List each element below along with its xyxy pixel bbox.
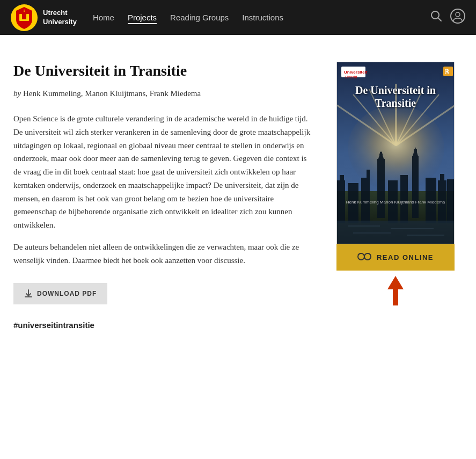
nav-projects[interactable]: Projects bbox=[128, 13, 157, 23]
nav-reading-groups[interactable]: Reading Groups bbox=[170, 13, 229, 23]
glasses-icon bbox=[357, 252, 371, 263]
book-cover-section: Universiteit Utrecht ℝ De Universiteit i… bbox=[336, 62, 455, 330]
nav-instructions[interactable]: Instructions bbox=[242, 13, 283, 23]
svg-marker-49 bbox=[387, 276, 404, 305]
read-online-label: READ ONLINE bbox=[377, 253, 434, 261]
book-info: De Universiteit in Transitie by Henk Kum… bbox=[13, 62, 315, 330]
arrow-icon bbox=[379, 273, 412, 308]
logo-text: Utrecht University bbox=[43, 9, 77, 27]
cover-title: De Universiteit in Transitie bbox=[342, 84, 449, 110]
download-icon bbox=[24, 289, 33, 298]
download-pdf-button[interactable]: DOWNLOAD PDF bbox=[13, 283, 107, 304]
uu-logo-icon bbox=[11, 4, 38, 31]
search-icon[interactable] bbox=[430, 10, 442, 25]
arrow-annotation bbox=[336, 271, 455, 308]
cover-authors-small: Henk Kummeling Manon Kluijtmans Frank Mi… bbox=[346, 199, 445, 206]
svg-point-7 bbox=[456, 12, 460, 17]
navbar: Utrecht University Home Projects Reading… bbox=[0, 0, 476, 35]
svg-rect-3 bbox=[19, 19, 29, 21]
svg-line-5 bbox=[438, 18, 441, 21]
svg-point-6 bbox=[451, 9, 465, 23]
main-content: De Universiteit in Transitie by Henk Kum… bbox=[0, 35, 476, 351]
logo[interactable]: Utrecht University bbox=[11, 4, 77, 31]
read-online-button[interactable]: READ ONLINE bbox=[336, 244, 455, 271]
nav-home[interactable]: Home bbox=[93, 13, 114, 23]
book-description-2: De auteurs behandelen niet alleen de ont… bbox=[13, 241, 315, 267]
book-cover-image: Universiteit Utrecht ℝ De Universiteit i… bbox=[336, 62, 455, 244]
hashtag: #universeitintransitie bbox=[13, 320, 315, 330]
book-authors: by Henk Kummeling, Manon Kluijtmans, Fra… bbox=[13, 88, 315, 100]
book-title: De Universiteit in Transitie bbox=[13, 62, 315, 80]
user-icon[interactable] bbox=[450, 9, 465, 26]
book-description-1: Open Science is de grote culturele veran… bbox=[13, 112, 315, 232]
